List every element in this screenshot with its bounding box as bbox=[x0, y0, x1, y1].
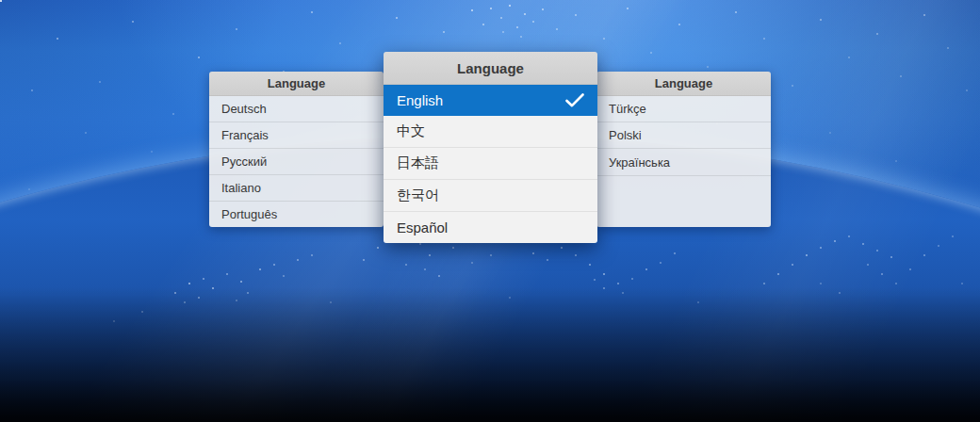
language-option-deutsch[interactable]: Deutsch bbox=[209, 96, 384, 122]
language-option-label: Türkçe bbox=[609, 102, 646, 116]
language-option-korean[interactable]: 한국어 bbox=[384, 179, 597, 211]
language-panel-right: Language Türkçe Polski Українська bbox=[596, 72, 771, 227]
language-option-label: 한국어 bbox=[397, 187, 439, 204]
language-option-label: Français bbox=[221, 128, 269, 142]
language-option-ukrainska[interactable]: Українська bbox=[596, 148, 771, 174]
language-panel-left: Language Deutsch Français Русский Italia… bbox=[209, 72, 384, 227]
language-option-polski[interactable]: Polski bbox=[596, 122, 771, 148]
language-option-label: English bbox=[397, 92, 443, 108]
language-option-label: 中文 bbox=[397, 122, 425, 140]
panel-empty-area bbox=[596, 175, 771, 227]
panel-title: Language bbox=[384, 52, 597, 85]
language-option-japanese[interactable]: 日本語 bbox=[384, 147, 597, 179]
language-option-turkce[interactable]: Türkçe bbox=[596, 96, 771, 122]
language-option-label: Español bbox=[397, 219, 448, 235]
language-panel-center: Language English 中文 日本語 한국어 Español bbox=[384, 52, 597, 243]
language-option-russkiy[interactable]: Русский bbox=[209, 148, 384, 174]
language-option-italiano[interactable]: Italiano bbox=[209, 174, 384, 201]
language-option-label: Deutsch bbox=[221, 102, 267, 116]
language-option-label: Português bbox=[221, 207, 277, 221]
language-option-francais[interactable]: Français bbox=[209, 122, 384, 148]
language-option-label: Italiano bbox=[221, 181, 261, 195]
panel-title: Language bbox=[209, 72, 384, 96]
language-option-label: Українська bbox=[609, 155, 670, 170]
language-option-portugues[interactable]: Português bbox=[209, 201, 384, 227]
city-lights bbox=[0, 0, 2, 2]
panel-title: Language bbox=[596, 72, 771, 96]
language-option-english-selected[interactable]: English bbox=[384, 85, 597, 116]
language-option-espanol[interactable]: Español bbox=[384, 211, 597, 243]
language-option-chinese[interactable]: 中文 bbox=[384, 116, 597, 147]
language-option-label: Русский bbox=[221, 154, 267, 169]
language-option-label: Polski bbox=[609, 128, 642, 142]
desktop-background: Language Deutsch Français Русский Italia… bbox=[0, 0, 980, 422]
language-option-label: 日本語 bbox=[397, 154, 439, 172]
checkmark-icon bbox=[565, 93, 584, 107]
